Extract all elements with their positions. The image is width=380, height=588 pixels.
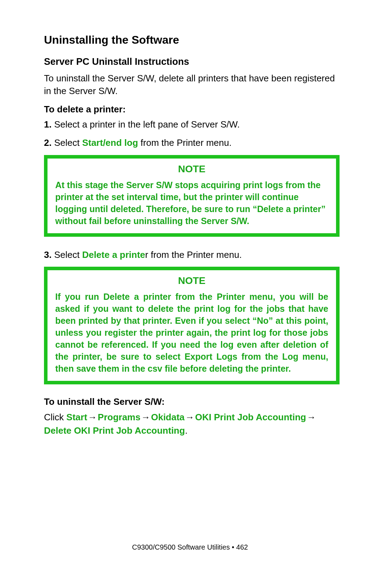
note-1-body: At this stage the Server S/W stops acqui… xyxy=(55,179,328,227)
arrow-icon: → xyxy=(140,411,151,424)
step-2: 2. Select Start/end log from the Printer… xyxy=(44,137,340,149)
uninstall-path: Click Start → Programs → Okidata → OKI P… xyxy=(44,411,340,437)
ui-term-delete-printer-tail: r xyxy=(145,249,148,260)
step-text-d: from the Printer menu. xyxy=(148,249,242,260)
arrow-icon: → xyxy=(185,411,195,424)
path-dot: . xyxy=(185,425,188,436)
ui-term-start-end-log: Start/end log xyxy=(82,137,138,148)
step-1: 1. Select a printer in the left pane of … xyxy=(44,118,340,131)
note-box-2: NOTE If you run Delete a printer from th… xyxy=(44,267,340,384)
path-click: Click xyxy=(44,412,66,422)
intro-paragraph: To uninstall the Server S/W, delete all … xyxy=(44,72,340,98)
note-box-1: NOTE At this stage the Server S/W stops … xyxy=(44,155,340,237)
path-oki-accounting: OKI Print Job Accounting xyxy=(195,412,306,422)
note-2-body: If you run Delete a printer from the Pri… xyxy=(55,291,328,375)
step-text-c: from the Printer menu. xyxy=(138,137,232,148)
step-number: 2. xyxy=(44,137,52,148)
document-page: Uninstalling the Software Server PC Unin… xyxy=(0,0,380,588)
note-label: NOTE xyxy=(55,275,328,286)
path-delete-oki: Delete OKI Print Job Accounting xyxy=(44,425,185,436)
path-start: Start xyxy=(66,412,87,422)
page-footer: C9300/C9500 Software Utilities • 462 xyxy=(0,543,380,551)
delete-printer-heading: To delete a printer: xyxy=(44,104,340,115)
step-number: 1. xyxy=(44,119,52,130)
ui-term-delete-printer: Delete a printe xyxy=(82,249,145,260)
step-text: Select a printer in the left pane of Ser… xyxy=(52,119,240,130)
arrow-icon: → xyxy=(306,411,317,424)
step-text-a: Select xyxy=(52,137,82,148)
path-okidata: Okidata xyxy=(151,412,184,422)
page-title: Uninstalling the Software xyxy=(44,33,340,47)
arrow-icon: → xyxy=(87,411,98,424)
note-label: NOTE xyxy=(55,163,328,175)
uninstall-heading: To uninstall the Server S/W: xyxy=(44,396,340,407)
step-text-a: Select xyxy=(52,249,82,260)
step-3: 3. Select Delete a printer from the Prin… xyxy=(44,249,340,261)
section-heading: Server PC Uninstall Instructions xyxy=(44,56,340,67)
path-programs: Programs xyxy=(98,412,140,422)
step-number: 3. xyxy=(44,249,52,260)
